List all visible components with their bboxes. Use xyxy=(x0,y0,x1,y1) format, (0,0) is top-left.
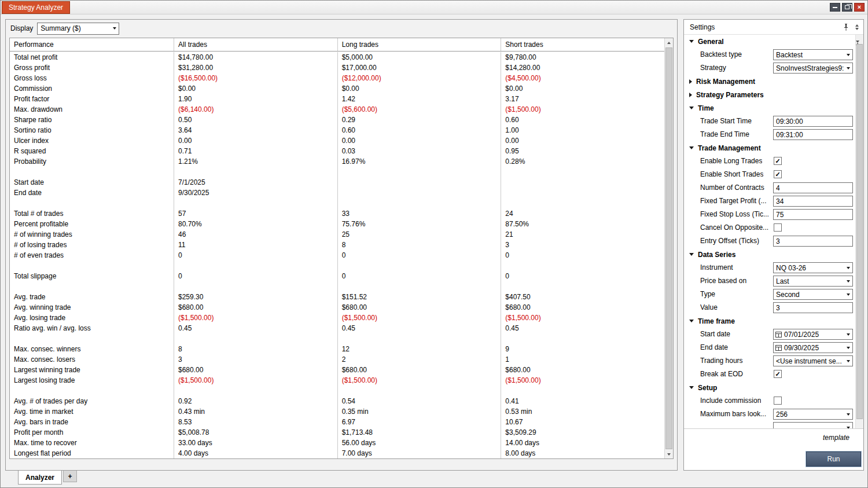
table-row[interactable] xyxy=(10,167,664,177)
table-row[interactable]: Gross profit$31,280.00$17,000.00$14,280.… xyxy=(10,63,664,73)
table-row[interactable]: Ratio avg. win / avg. loss0.450.450.45 xyxy=(10,323,664,333)
pin-icon[interactable] xyxy=(842,23,850,31)
restore-button[interactable] xyxy=(842,3,852,12)
table-scrollbar[interactable] xyxy=(664,38,673,458)
table-row[interactable] xyxy=(10,198,664,208)
window-title-tab[interactable]: Strategy Analyzer xyxy=(2,1,70,14)
panel-updown-arrows[interactable] xyxy=(854,24,860,30)
table-row[interactable]: Avg. losing trade($1,500.00)($1,500.00)(… xyxy=(10,313,664,323)
metric-label: Avg. # of trades per day xyxy=(10,396,174,406)
table-row[interactable]: # of winning trades462521 xyxy=(10,229,664,240)
settings-section-time[interactable]: Time xyxy=(684,101,855,115)
table-row[interactable]: Probability1.21%16.97%0.28% xyxy=(10,156,664,167)
table-row[interactable]: Profit per month$5,008.78$1,713.48$3,509… xyxy=(10,427,664,438)
table-row[interactable]: Max. time to recover33.00 days56.00 days… xyxy=(10,438,664,448)
display-dropdown[interactable]: Summary ($) xyxy=(37,23,119,35)
table-row[interactable] xyxy=(10,281,664,292)
minimize-button[interactable] xyxy=(830,3,840,12)
close-button[interactable]: × xyxy=(854,3,865,12)
settings-section-data-series[interactable]: Data Series xyxy=(684,248,855,261)
checkbox[interactable] xyxy=(774,223,782,232)
tab-analyzer[interactable]: Analyzer xyxy=(18,471,62,485)
scroll-down-button[interactable] xyxy=(665,450,673,458)
column-header-long-trades[interactable]: Long trades xyxy=(337,38,501,51)
date-picker[interactable]: 07/01/2025 xyxy=(773,329,853,340)
table-row[interactable]: Total net profit$14,780.00$5,000.00$9,78… xyxy=(10,52,664,63)
settings-scrollbar-thumb[interactable] xyxy=(856,44,863,419)
settings-section-trade-management[interactable]: Trade Management xyxy=(684,141,855,155)
dropdown[interactable]: 256 xyxy=(773,409,853,420)
table-row[interactable]: Gross loss($16,500.00)($12,000.00)($4,50… xyxy=(10,73,664,83)
checkbox[interactable]: ✓ xyxy=(774,157,782,165)
table-row[interactable]: Longest flat period4.00 days7.00 days8.0… xyxy=(10,448,664,458)
text-input[interactable]: 09:30:00 xyxy=(773,116,853,127)
dropdown[interactable]: SnoInvestStrategies9: xyxy=(773,63,853,74)
column-header-short-trades[interactable]: Short trades xyxy=(501,38,664,51)
table-row[interactable]: Max. drawdown($6,140.00)($5,600.00)($1,5… xyxy=(10,104,664,115)
checkbox[interactable] xyxy=(774,397,782,405)
text-input[interactable]: 3 xyxy=(773,302,853,313)
table-scrollbar-thumb[interactable] xyxy=(665,47,672,449)
column-header-all-trades[interactable]: All trades xyxy=(174,38,337,51)
settings-section-setup[interactable]: Setup xyxy=(684,381,855,394)
table-row[interactable]: Max. consec. winners8129 xyxy=(10,344,664,354)
table-row[interactable]: Avg. trade$259.30$151.52$407.50 xyxy=(10,292,664,302)
table-row[interactable]: # of losing trades1183 xyxy=(10,240,664,250)
dropdown[interactable]: Second xyxy=(773,289,853,300)
add-tab-button[interactable]: + xyxy=(63,471,77,482)
settings-section-strategy-parameters[interactable]: Strategy Parameters xyxy=(684,88,855,101)
metric-value: 3 xyxy=(174,354,337,365)
table-row[interactable] xyxy=(10,386,664,396)
table-row[interactable]: Sharpe ratio0.500.290.60 xyxy=(10,115,664,125)
table-row[interactable]: Profit factor1.901.423.17 xyxy=(10,94,664,104)
dropdown[interactable]: <Use instrument se... xyxy=(773,355,853,366)
control-value: Second xyxy=(774,291,844,299)
table-row[interactable] xyxy=(10,333,664,344)
checkbox[interactable]: ✓ xyxy=(774,170,782,178)
template-link[interactable]: template xyxy=(823,434,849,442)
dropdown[interactable]: Last xyxy=(773,276,853,287)
table-row[interactable]: Max. consec. losers321 xyxy=(10,354,664,365)
text-input[interactable]: 75 xyxy=(773,209,853,220)
date-picker[interactable]: 09/30/2025 xyxy=(773,342,853,353)
settings-section-general[interactable]: General xyxy=(684,35,855,48)
run-button[interactable]: Run xyxy=(806,452,861,467)
table-row[interactable]: Largest losing trade($1,500.00)($1,500.0… xyxy=(10,375,664,386)
settings-section-time-frame[interactable]: Time frame xyxy=(684,314,855,328)
metric-value xyxy=(501,198,664,208)
table-row[interactable]: Percent profitable80.70%75.76%87.50% xyxy=(10,219,664,229)
settings-scrollbar[interactable] xyxy=(855,35,863,428)
metric-value: 0 xyxy=(501,271,664,281)
text-input[interactable]: 3 xyxy=(773,236,853,247)
dropdown[interactable]: NQ 03-26 xyxy=(773,262,853,273)
column-header-performance[interactable]: Performance xyxy=(10,38,174,51)
performance-table-header: Performance All trades Long trades Short… xyxy=(10,38,664,52)
table-row[interactable]: Ulcer index0.000.000.00 xyxy=(10,135,664,146)
metric-value: 8.00 days xyxy=(501,448,664,458)
settings-section-risk-management[interactable]: Risk Management xyxy=(684,75,855,88)
scroll-up-button[interactable] xyxy=(665,38,673,47)
table-row[interactable]: # of even trades000 xyxy=(10,250,664,260)
table-row[interactable]: Avg. winning trade$680.00$680.00$680.00 xyxy=(10,302,664,313)
table-row[interactable]: Largest winning trade$680.00$680.00$680.… xyxy=(10,365,664,375)
table-row[interactable]: Total # of trades573324 xyxy=(10,208,664,219)
section-label: Strategy Parameters xyxy=(696,91,764,99)
metric-label: # of winning trades xyxy=(10,229,174,240)
table-row[interactable]: Sortino ratio3.640.601.00 xyxy=(10,125,664,135)
text-input[interactable]: 09:31:00 xyxy=(773,129,853,140)
dropdown[interactable] xyxy=(773,422,853,428)
dropdown[interactable]: Backtest xyxy=(773,49,853,60)
table-row[interactable]: Avg. time in market0.43 min0.35 min0.53 … xyxy=(10,406,664,417)
text-input[interactable]: 4 xyxy=(773,182,853,193)
text-input[interactable]: 34 xyxy=(773,196,853,207)
table-row[interactable]: Total slippage000 xyxy=(10,271,664,281)
table-row[interactable]: Avg. bars in trade8.536.9710.67 xyxy=(10,417,664,427)
table-row[interactable]: Start date7/1/2025 xyxy=(10,177,664,188)
table-row[interactable]: Commission$0.00$0.00$0.00 xyxy=(10,83,664,94)
table-row[interactable]: Avg. # of trades per day0.920.540.41 xyxy=(10,396,664,406)
metric-value: 87.50% xyxy=(501,219,664,229)
table-row[interactable] xyxy=(10,260,664,271)
table-row[interactable]: R squared0.710.030.95 xyxy=(10,146,664,156)
table-row[interactable]: End date9/30/2025 xyxy=(10,188,664,198)
checkbox[interactable]: ✓ xyxy=(774,370,782,378)
